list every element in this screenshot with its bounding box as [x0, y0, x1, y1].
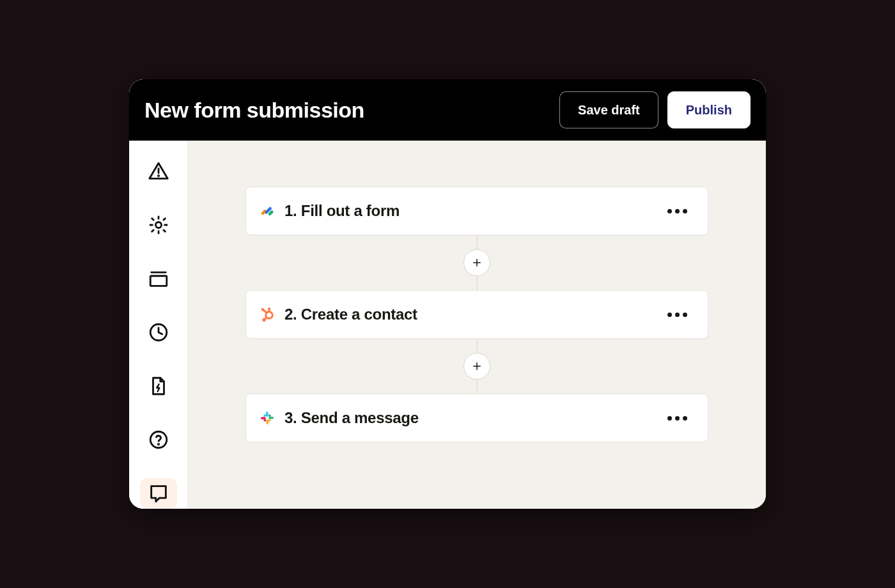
workflow-step[interactable]: 3. Send a message [245, 394, 708, 442]
sidebar-item-power[interactable] [140, 371, 177, 401]
header-bar: New form submission Save draft Publish [129, 79, 766, 141]
dots-icon [667, 313, 672, 317]
clock-icon [148, 321, 169, 343]
gear-icon [148, 214, 169, 236]
workflow-step[interactable]: 2. Create a contact [245, 290, 708, 339]
step-label: 1. Fill out a form [284, 202, 400, 220]
svg-point-17 [261, 308, 264, 311]
step-more-button[interactable] [662, 411, 692, 426]
stack-icon [148, 268, 169, 290]
step-more-button[interactable] [662, 204, 692, 219]
sidebar [129, 141, 188, 509]
hubspot-app-icon [259, 306, 276, 323]
svg-point-1 [158, 175, 159, 176]
sidebar-item-history[interactable] [140, 317, 177, 348]
app-window: New form submission Save draft Publish [129, 79, 766, 509]
publish-button[interactable]: Publish [667, 91, 751, 128]
sidebar-item-settings[interactable] [140, 210, 177, 240]
sidebar-item-help[interactable] [140, 424, 177, 455]
svg-rect-25 [261, 417, 266, 420]
save-draft-button[interactable]: Save draft [559, 91, 658, 128]
add-step-button[interactable] [463, 249, 490, 276]
step-more-button[interactable] [662, 307, 692, 322]
alert-triangle-icon [148, 160, 169, 182]
chat-icon [148, 483, 169, 504]
header-actions: Save draft Publish [559, 91, 751, 128]
step-connector [245, 339, 708, 394]
svg-rect-4 [150, 276, 167, 286]
step-label: 3. Send a message [284, 409, 419, 427]
dots-icon [667, 416, 672, 421]
slack-app-icon [259, 410, 276, 426]
help-circle-icon [148, 429, 169, 451]
body: 1. Fill out a form [129, 141, 766, 509]
workflow-canvas: 1. Fill out a form [188, 141, 766, 509]
sidebar-item-alerts[interactable] [140, 156, 177, 187]
workflow-flow: 1. Fill out a form [245, 187, 708, 442]
step-connector [245, 235, 708, 290]
svg-point-2 [155, 222, 161, 228]
sidebar-item-chat[interactable] [140, 478, 177, 509]
sidebar-item-stack[interactable] [140, 263, 177, 294]
jotform-app-icon [259, 203, 276, 219]
workflow-step[interactable]: 1. Fill out a form [245, 187, 708, 235]
plus-icon [471, 360, 483, 372]
add-step-button[interactable] [463, 353, 490, 380]
plus-icon [471, 257, 483, 268]
file-bolt-icon [148, 375, 169, 397]
svg-point-7 [158, 444, 159, 444]
svg-rect-24 [267, 419, 269, 424]
svg-rect-22 [266, 412, 268, 417]
dots-icon [667, 209, 672, 213]
step-label: 2. Create a contact [284, 306, 417, 323]
page-title: New form submission [144, 98, 364, 123]
svg-point-15 [268, 307, 270, 310]
svg-rect-23 [268, 417, 274, 419]
